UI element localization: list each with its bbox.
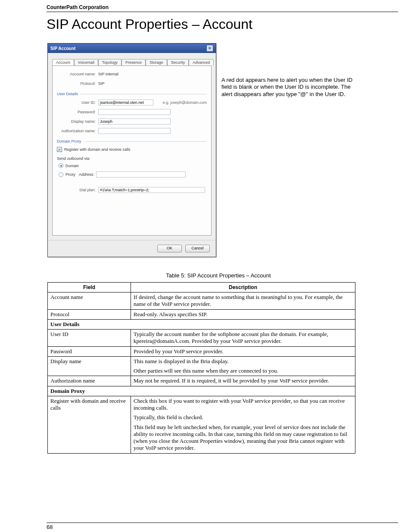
user-id-label: User ID: bbox=[57, 100, 98, 105]
field-cell: User ID bbox=[48, 330, 131, 347]
page-footer: 68 bbox=[47, 523, 398, 530]
proxy-address-input[interactable] bbox=[96, 171, 186, 177]
description-cell: Check this box if you want to register w… bbox=[131, 396, 355, 453]
description-cell: May not be required. If it is required, … bbox=[131, 376, 355, 386]
user-details-heading: User Details bbox=[57, 92, 207, 96]
description-cell: This name is displayed in the Bria displ… bbox=[131, 356, 355, 376]
page-number: 68 bbox=[47, 524, 53, 530]
page-title: SIP Account Properties – Account bbox=[47, 16, 394, 32]
account-name-value: SIP Internal bbox=[98, 72, 207, 76]
tab-account[interactable]: Account bbox=[52, 59, 74, 65]
password-input[interactable] bbox=[98, 109, 171, 115]
auth-name-label: Authorization name: bbox=[57, 129, 98, 133]
table-row: Display nameThis name is displayed in th… bbox=[48, 356, 355, 376]
ok-button[interactable]: OK bbox=[157, 245, 182, 252]
user-id-hint: e.g. joseph@domain.com bbox=[163, 100, 207, 105]
display-name-label: Display name: bbox=[57, 119, 98, 124]
account-tab-panel: Account name: SIP Internal Protocol: SIP… bbox=[52, 65, 212, 236]
cancel-button[interactable]: Cancel bbox=[185, 245, 210, 252]
section-cell: User Details bbox=[48, 319, 355, 329]
callout-note: A red dot appears here to alert you when… bbox=[221, 77, 353, 98]
tab-presence[interactable]: Presence bbox=[121, 59, 146, 65]
table-row: Register with domain and receive callsCh… bbox=[48, 396, 355, 453]
section-cell: Domain Proxy bbox=[48, 386, 355, 396]
field-cell: Account name bbox=[48, 292, 131, 310]
sip-account-dialog: SIP Account ✕ Account Voicemail Topology… bbox=[47, 43, 216, 257]
table-row: Authorization nameMay not be required. I… bbox=[48, 376, 355, 386]
tab-voicemail[interactable]: Voicemail bbox=[74, 59, 99, 65]
description-cell: Read-only. Always specifies SIP. bbox=[131, 309, 355, 319]
table-row: PasswordProvided by your VoIP service pr… bbox=[48, 346, 355, 356]
protocol-label: Protocol: bbox=[57, 81, 98, 86]
radio-proxy-label: Proxy bbox=[65, 172, 75, 177]
description-cell: Typically the account number for the sof… bbox=[131, 330, 355, 347]
register-checkbox[interactable]: ✔ bbox=[57, 147, 62, 152]
table-row: User IDTypically the account number for … bbox=[48, 330, 355, 347]
table-caption: Table 5: SIP Account Properties – Accoun… bbox=[43, 272, 394, 279]
display-name-input[interactable] bbox=[98, 118, 171, 124]
dial-plan-label: Dial plan: bbox=[57, 188, 98, 192]
table-row: Domain Proxy bbox=[48, 386, 355, 396]
tab-topology[interactable]: Topology bbox=[98, 59, 121, 65]
description-cell: Provided by your VoIP service provider. bbox=[131, 346, 355, 356]
table-row: User Details bbox=[48, 319, 355, 329]
protocol-value: SIP bbox=[98, 81, 207, 86]
account-name-label: Account name: bbox=[57, 72, 98, 76]
dialog-title-text: SIP Account bbox=[50, 46, 75, 51]
field-cell: Authorization name bbox=[48, 376, 131, 386]
send-outbound-label: Send outbound via: bbox=[57, 156, 90, 161]
field-cell: Password bbox=[48, 346, 131, 356]
domain-proxy-heading: Domain Proxy bbox=[57, 139, 207, 143]
field-cell: Register with domain and receive calls bbox=[48, 396, 131, 453]
properties-table: Field Description Account nameIf desired… bbox=[47, 282, 355, 454]
tab-advanced[interactable]: Advanced bbox=[189, 59, 214, 65]
th-description: Description bbox=[131, 283, 355, 292]
field-cell: Display name bbox=[48, 356, 131, 376]
tab-security[interactable]: Security bbox=[167, 59, 189, 65]
dial-plan-input[interactable] bbox=[98, 187, 205, 193]
description-cell: If desired, change the account name to s… bbox=[131, 292, 355, 310]
page-header: CounterPath Corporation bbox=[47, 4, 398, 12]
table-row: ProtocolRead-only. Always specifies SIP. bbox=[48, 309, 355, 319]
tab-storage[interactable]: Storage bbox=[146, 59, 167, 65]
dialog-tabs: Account Voicemail Topology Presence Stor… bbox=[52, 59, 212, 65]
register-checkbox-label: Register with domain and receive calls bbox=[64, 147, 131, 152]
table-row: Account nameIf desired, change the accou… bbox=[48, 292, 355, 310]
radio-proxy[interactable] bbox=[59, 172, 63, 177]
user-id-input[interactable] bbox=[98, 100, 153, 106]
password-label: Password: bbox=[57, 110, 98, 114]
radio-domain-label: Domain bbox=[65, 164, 79, 168]
radio-domain[interactable] bbox=[59, 163, 63, 168]
proxy-address-label: Address: bbox=[79, 172, 94, 177]
close-icon[interactable]: ✕ bbox=[206, 45, 213, 52]
field-cell: Protocol bbox=[48, 309, 131, 319]
dialog-titlebar: SIP Account ✕ bbox=[48, 44, 216, 53]
th-field: Field bbox=[48, 283, 131, 292]
auth-name-input[interactable] bbox=[98, 128, 171, 134]
